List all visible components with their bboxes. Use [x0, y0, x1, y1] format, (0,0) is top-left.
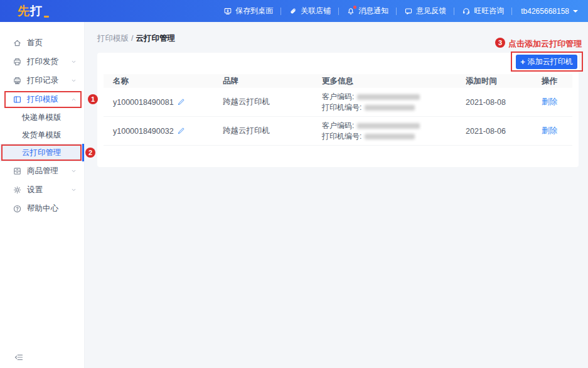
redacted-printer-number: [365, 134, 415, 139]
goods-cabinet-icon: [12, 166, 22, 176]
feedback-button[interactable]: 意见反馈: [397, 6, 454, 16]
template-icon: [12, 94, 22, 104]
sidebar-item-print-templates[interactable]: 打印模版: [0, 90, 84, 109]
sidebar-item-label: 帮助中心: [27, 203, 77, 214]
add-cloud-printer-label: 添加云打印机: [528, 57, 573, 67]
printer-more-info: 客户编码: 打印机编号:: [313, 121, 456, 142]
printer-record-icon: [12, 75, 22, 85]
printer-more-info: 客户编码: 打印机编号:: [313, 92, 456, 113]
logo-accent-dash: [44, 16, 49, 18]
sidebar-item-label: 首页: [27, 38, 77, 48]
chevron-down-icon: [71, 168, 77, 174]
printer-name: y1000018490032: [113, 127, 174, 136]
annotation-step2-badge: 2: [85, 148, 95, 158]
link-shop-label: 关联店铺: [301, 6, 331, 16]
save-to-desktop-button[interactable]: 保存到桌面: [216, 6, 281, 16]
sidebar-subitem-shipping-template[interactable]: 发货单模版: [0, 126, 84, 144]
column-header-added-time: 添加时间: [456, 76, 532, 87]
column-header-name: 名称: [104, 76, 213, 87]
printer-brand: 跨越云打印机: [213, 126, 313, 136]
chevron-down-icon: [573, 10, 578, 15]
selected-indicator-bar: [82, 144, 84, 161]
printer-icon: [12, 57, 22, 67]
desktop-save-icon: [223, 7, 232, 16]
notifications-button[interactable]: 消息通知: [339, 6, 396, 16]
annotation-step1-badge: 1: [88, 94, 98, 104]
cloud-print-management-page: 先打 保存到桌面 关联店铺: [0, 0, 588, 368]
wangwang-consult-label: 旺旺咨询: [474, 6, 504, 16]
logo-text-second: 打: [30, 3, 43, 19]
sidebar-item-print-records[interactable]: 打印记录: [0, 71, 84, 90]
user-account-dropdown[interactable]: tb4265668158: [512, 7, 588, 16]
sidebar-subitem-label: 快递单模版: [22, 112, 61, 123]
chevron-down-icon: [71, 187, 77, 193]
breadcrumb: 打印模版/云打印管理: [97, 33, 175, 44]
paperclip-icon: [289, 7, 297, 16]
column-header-actions: 操作: [532, 76, 572, 87]
added-time: 2021-08-06: [456, 127, 532, 136]
edit-pencil-icon[interactable]: [177, 127, 185, 135]
sidebar-item-settings[interactable]: 设置: [0, 180, 84, 199]
sidebar-item-print-shipping[interactable]: 打印发货: [0, 52, 84, 71]
column-header-more-info: 更多信息: [313, 76, 456, 87]
table-row: y1000018490032 跨越云打印机 客户编码: 打印机编号: 2021-…: [104, 117, 572, 146]
bell-icon: [346, 7, 355, 16]
sidebar-item-label: 打印发货: [27, 57, 71, 67]
printer-name: y1000018490081: [113, 98, 174, 107]
plus-icon: +: [520, 57, 525, 67]
sidebar-item-label: 商品管理: [27, 166, 71, 176]
sidebar-navigation: 首页 打印发货 打印记录: [0, 22, 85, 368]
sidebar-subitem-express-template[interactable]: 快递单模版: [0, 109, 84, 126]
headset-icon: [462, 7, 471, 16]
redacted-printer-number: [365, 105, 415, 111]
sidebar-item-goods-management[interactable]: 商品管理: [0, 161, 84, 180]
sidebar-subitem-cloud-print-management[interactable]: 云打印管理: [0, 144, 84, 161]
redacted-customer-code: [357, 123, 420, 129]
link-shop-button[interactable]: 关联店铺: [281, 6, 338, 16]
gear-icon: [12, 185, 22, 195]
annotation-step3-badge: 3: [495, 38, 505, 48]
printer-no-label: 打印机编号:: [322, 131, 361, 142]
printer-no-label: 打印机编号:: [322, 102, 361, 113]
sidebar-subitem-label: 云打印管理: [22, 148, 61, 158]
table-row: y1000018490081 跨越云打印机 客户编码: 打印机编号: 2021-…: [104, 88, 572, 117]
added-time: 2021-08-08: [456, 98, 532, 107]
sidebar-item-help-center[interactable]: 帮助中心: [0, 199, 84, 218]
sidebar-item-label: 打印记录: [27, 75, 71, 86]
feedback-label: 意见反馈: [416, 6, 446, 16]
top-header-bar: 先打 保存到桌面 关联店铺: [0, 0, 588, 22]
add-cloud-printer-button[interactable]: + 添加云打印机: [516, 55, 577, 69]
wangwang-consult-button[interactable]: 旺旺咨询: [454, 6, 511, 16]
question-circle-icon: [12, 203, 22, 214]
chevron-down-icon: [71, 78, 77, 84]
sidebar-item-label: 设置: [27, 185, 71, 195]
table-header-row: 名称 品牌 更多信息 添加时间 操作: [104, 74, 572, 88]
app-logo: 先打: [18, 3, 49, 19]
username-label: tb4265668158: [521, 7, 569, 16]
sidebar-item-home[interactable]: 首页: [0, 33, 84, 52]
delete-link[interactable]: 删除: [542, 97, 557, 106]
breadcrumb-separator: /: [131, 34, 133, 43]
feedback-bubble-icon: [404, 7, 413, 16]
notifications-label: 消息通知: [358, 6, 388, 16]
save-to-desktop-label: 保存到桌面: [235, 6, 273, 16]
customer-code-label: 客户编码:: [322, 121, 354, 131]
customer-code-label: 客户编码:: [322, 92, 354, 102]
sidebar-subitem-label: 发货单模版: [22, 130, 61, 141]
breadcrumb-current: 云打印管理: [136, 34, 175, 43]
sidebar-item-label: 打印模版: [27, 94, 71, 105]
chevron-down-icon: [71, 59, 77, 65]
redacted-customer-code: [357, 94, 420, 100]
edit-pencil-icon[interactable]: [177, 98, 185, 106]
chevron-up-icon: [71, 97, 77, 102]
breadcrumb-parent[interactable]: 打印模版: [97, 34, 129, 43]
top-menu: 保存到桌面 关联店铺 消息通知: [216, 6, 588, 16]
logo-text-first: 先: [18, 3, 30, 19]
sidebar-collapse-icon[interactable]: [14, 352, 24, 362]
home-icon: [12, 38, 22, 48]
printer-brand: 跨越云打印机: [213, 97, 313, 107]
printers-table: 名称 品牌 更多信息 添加时间 操作 y1000018490081 跨越云打印机…: [104, 74, 572, 146]
delete-link[interactable]: 删除: [542, 126, 557, 135]
column-header-brand: 品牌: [213, 76, 313, 87]
annotation-step3-text: 点击添加云打印管理: [508, 38, 582, 50]
